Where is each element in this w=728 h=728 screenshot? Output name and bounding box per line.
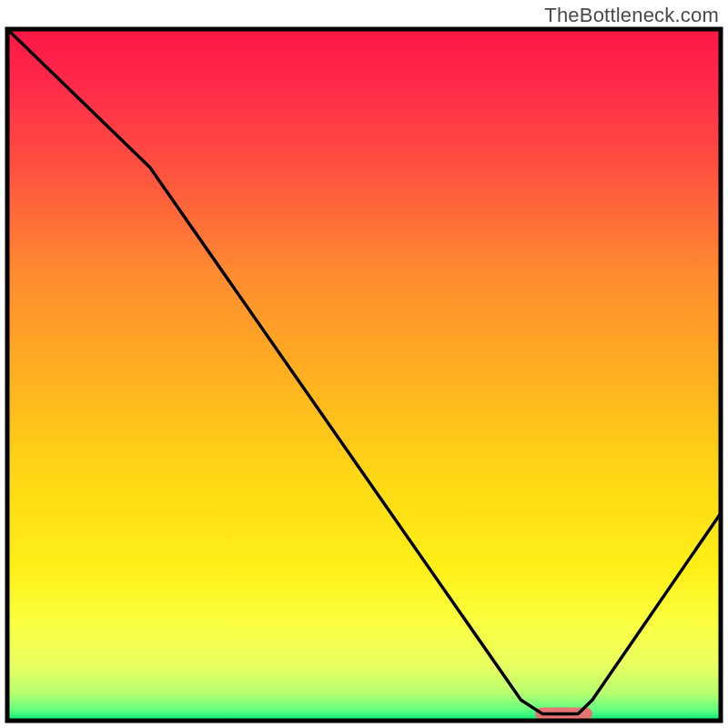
chart-container: TheBottleneck.com [0, 0, 728, 728]
bottleneck-chart [0, 0, 728, 728]
